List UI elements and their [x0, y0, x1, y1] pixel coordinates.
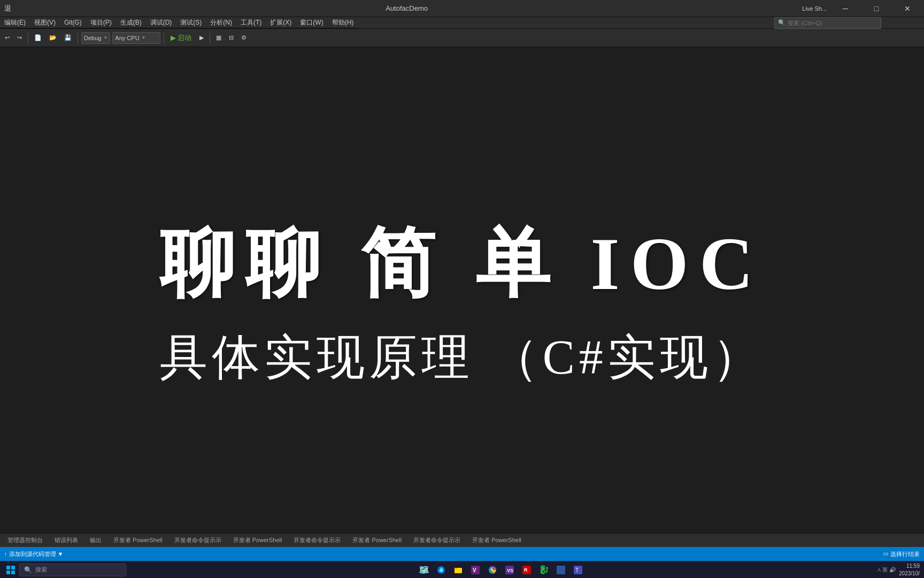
new-file-button[interactable]: 📄: [32, 31, 44, 45]
save-icon: 💾: [64, 34, 72, 41]
taskbar-maps-icon[interactable]: 🗺️: [417, 562, 432, 577]
tab-output[interactable]: 输出: [84, 535, 107, 546]
run-button[interactable]: ▶ 启动: [167, 31, 195, 45]
tab-powershell-3[interactable]: 开发者 PowerShell: [347, 535, 407, 546]
undo-icon: ↩: [5, 34, 10, 41]
toolbar-extra-2[interactable]: ⊟: [226, 31, 236, 45]
title-bar-left: 退: [4, 4, 11, 13]
continue-button[interactable]: ▶: [197, 31, 206, 45]
svg-rect-6: [455, 568, 458, 569]
menu-view[interactable]: 视图(V): [30, 17, 60, 28]
svg-rect-2: [6, 571, 10, 574]
taskbar-vs-icon[interactable]: V: [468, 562, 483, 577]
new-file-icon: 📄: [34, 34, 42, 41]
taskbar-right: ∧ 英 🔊 11:59 2023/10/: [873, 562, 925, 577]
redo-icon: ↪: [17, 34, 22, 41]
toolbar: ↩ ↪ 📄 📂 💾 Debug ▼ Any CPU ▼ ▶ 启动 ▶ ▦ ⊟ ⚙: [0, 29, 924, 47]
tray-icons: ∧ 英 🔊: [877, 566, 896, 574]
platform-label: Any CPU: [115, 35, 139, 41]
separator-1: [28, 33, 28, 43]
taskbar-teams-icon[interactable]: T: [571, 562, 586, 577]
source-control-status[interactable]: ↑ 添加到源代码管理 ▼: [4, 550, 64, 558]
run-label: 启动: [178, 33, 191, 43]
toolbar-extra-1[interactable]: ▦: [213, 31, 224, 45]
title-bar-right: Live Sh... ─ □ ✕: [802, 0, 920, 17]
menu-test[interactable]: 测试(S): [176, 17, 206, 28]
build-config-dropdown[interactable]: Debug ▼: [81, 32, 110, 44]
open-button[interactable]: 📂: [47, 31, 59, 45]
taskbar-center: 🗺️ V: [129, 562, 873, 577]
menu-extensions[interactable]: 扩展(X): [266, 17, 296, 28]
status-bar: ↑ 添加到源代码管理 ▼ ⇔ 选择行结束: [0, 547, 924, 561]
svg-rect-0: [6, 566, 10, 569]
taskbar-rider-icon[interactable]: R: [519, 562, 534, 577]
menu-analyze[interactable]: 分析(N): [206, 17, 236, 28]
menu-git[interactable]: Git(G): [60, 17, 86, 28]
menu-project[interactable]: 项目(P): [86, 17, 116, 28]
svg-rect-3: [11, 571, 15, 574]
main-content: 聊聊 简 单 IOC 具体实现原理 （C#实现）: [0, 47, 924, 561]
menu-window[interactable]: 窗口(W): [296, 17, 327, 28]
clock: 11:59 2023/10/: [899, 562, 920, 577]
menu-edit[interactable]: 编辑(E): [0, 17, 30, 28]
tab-cmd-2[interactable]: 开发者命令提示示: [288, 535, 346, 546]
toolbar-extra-3-icon: ⚙: [241, 34, 247, 41]
minimize-button[interactable]: ─: [833, 0, 858, 17]
tab-powershell-4[interactable]: 开发者 PowerShell: [467, 535, 527, 546]
platform-chevron-icon: ▼: [142, 35, 146, 40]
continue-icon: ▶: [199, 34, 204, 41]
toolbar-extra-1-icon: ▦: [216, 34, 221, 41]
save-button[interactable]: 💾: [61, 31, 74, 45]
tab-cmd-3[interactable]: 开发者命令提示示: [408, 535, 466, 546]
taskbar-app8-icon[interactable]: 🐉: [536, 562, 551, 577]
menu-build[interactable]: 生成(B): [116, 17, 146, 28]
taskbar-explorer-icon[interactable]: [451, 562, 466, 577]
title-search[interactable]: 🔍: [774, 17, 881, 28]
svg-text:R: R: [524, 567, 528, 573]
taskbar-search[interactable]: 🔍 搜索: [19, 564, 126, 576]
tab-cmd-1[interactable]: 开发者命令提示示: [169, 535, 227, 546]
start-button[interactable]: [3, 562, 18, 577]
svg-text:VS: VS: [507, 568, 513, 573]
taskbar-chrome-icon[interactable]: [485, 562, 500, 577]
date: 2023/10/: [899, 570, 920, 577]
menu-tools[interactable]: 工具(T): [236, 17, 266, 28]
redo-button[interactable]: ↪: [14, 31, 25, 45]
toolbar-extra-3[interactable]: ⚙: [238, 31, 249, 45]
open-icon: 📂: [49, 34, 57, 41]
chevron-down-icon: ▼: [103, 35, 107, 40]
undo-button[interactable]: ↩: [2, 31, 12, 45]
platform-dropdown[interactable]: Any CPU ▼: [112, 32, 160, 44]
separator-4: [210, 33, 210, 43]
search-input[interactable]: [788, 20, 877, 26]
exit-icon[interactable]: 退: [4, 4, 11, 13]
line-ending-status[interactable]: ⇔ 选择行结束: [883, 550, 920, 558]
search-icon: 🔍: [778, 19, 786, 26]
menu-debug[interactable]: 调试(D): [146, 17, 176, 28]
live-share-label[interactable]: Live Sh...: [802, 5, 827, 12]
close-button[interactable]: ✕: [895, 0, 920, 17]
separator-3: [164, 33, 164, 43]
time: 11:59: [899, 562, 920, 570]
menu-help[interactable]: 帮助(H): [328, 17, 358, 28]
bottom-tabs-bar: 管理器控制台 错误列表 输出 开发者 PowerShell 开发者命令提示示 开…: [0, 533, 924, 547]
taskbar-edge-icon[interactable]: [434, 562, 449, 577]
title-bar: 退 AutofacDemo Live Sh... ─ □ ✕: [0, 0, 924, 17]
run-icon: ▶: [171, 34, 176, 42]
main-title: 聊聊 简 单 IOC: [160, 226, 764, 301]
taskbar: 🔍 搜索 🗺️ V: [0, 561, 924, 578]
maximize-button[interactable]: □: [864, 0, 889, 17]
sub-title: 具体实现原理 （C#实现）: [159, 333, 765, 382]
tab-powershell-1[interactable]: 开发者 PowerShell: [108, 535, 168, 546]
tab-powershell-2[interactable]: 开发者 PowerShell: [228, 535, 288, 546]
build-config-label: Debug: [84, 35, 101, 41]
system-tray: ∧ 英 🔊: [877, 566, 896, 574]
tab-error-list[interactable]: 错误列表: [49, 535, 83, 546]
taskbar-vs2-icon[interactable]: VS: [502, 562, 517, 577]
taskbar-left: 🔍 搜索: [0, 562, 129, 577]
svg-text:V: V: [473, 567, 476, 573]
taskbar-search-icon: 🔍: [24, 566, 32, 574]
tab-package-manager[interactable]: 管理器控制台: [2, 535, 48, 546]
taskbar-app9-icon[interactable]: [553, 562, 568, 577]
app-title: AutofacDemo: [386, 4, 428, 12]
